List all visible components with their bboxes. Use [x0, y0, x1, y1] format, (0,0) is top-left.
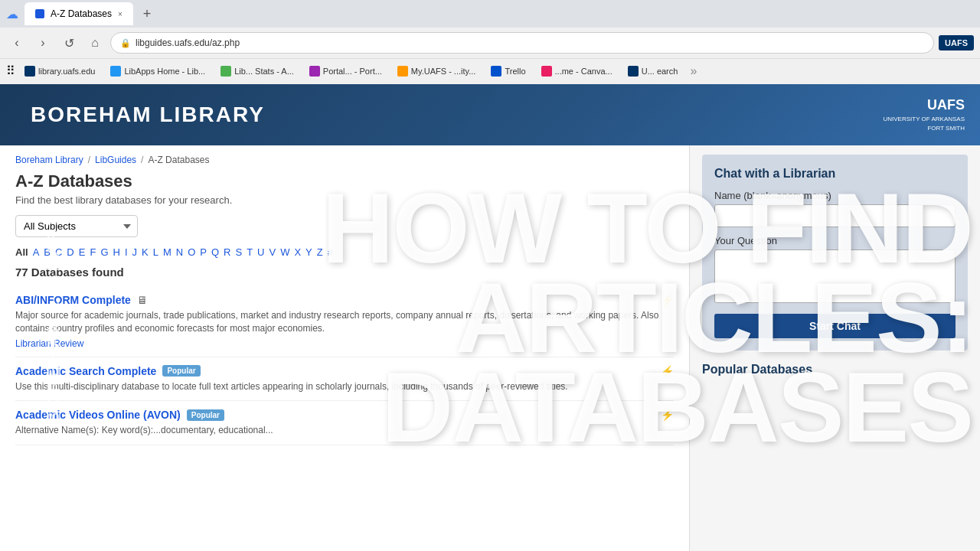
bookmark-label: My.UAFS - ...ity...	[411, 67, 476, 76]
bookmark-portal[interactable]: Portal... - Port...	[303, 64, 388, 78]
alpha-f[interactable]: F	[90, 246, 96, 258]
alpha-n[interactable]: N	[176, 246, 183, 258]
bookmark-libstats[interactable]: Lib... Stats - A...	[214, 64, 300, 78]
tab-favicon	[35, 9, 44, 18]
alpha-p[interactable]: P	[200, 246, 207, 258]
alpha-b[interactable]: B	[44, 246, 51, 258]
share-icon-3[interactable]: ⚡	[661, 409, 674, 421]
alpha-u[interactable]: U	[257, 246, 264, 258]
back-button[interactable]: ‹	[6, 32, 28, 54]
bookmark-label: LibApps Home - Lib...	[124, 67, 205, 76]
home-button[interactable]: ⌂	[84, 32, 106, 54]
db-desc-2: Use this multi-disciplinary database to …	[15, 380, 674, 393]
bookmark-favicon	[491, 66, 501, 77]
more-bookmarks-icon[interactable]: »	[690, 64, 697, 78]
db-review-link-1[interactable]: Librarian Review	[15, 338, 674, 349]
breadcrumb-sep-1: /	[88, 155, 90, 165]
apps-icon[interactable]: ⠿	[6, 64, 15, 78]
uafs-logo-btn[interactable]: UAFS	[939, 35, 974, 51]
db-link-2[interactable]: Academic Search Complete	[15, 365, 156, 377]
bookmark-favicon	[309, 66, 320, 77]
alpha-hash[interactable]: #	[328, 246, 333, 258]
active-tab[interactable]: A-Z Databases ×	[24, 2, 133, 25]
db-desc-3: Alternative Name(s): Key word(s):...docu…	[15, 424, 674, 437]
alpha-all[interactable]: All	[15, 246, 28, 258]
alpha-q[interactable]: Q	[211, 246, 219, 258]
alpha-k[interactable]: K	[142, 246, 149, 258]
forward-button[interactable]: ›	[32, 32, 54, 54]
start-chat-button[interactable]: Start Chat	[714, 314, 956, 338]
tab-close-btn[interactable]: ×	[118, 10, 122, 18]
alpha-filter: All A B C D E F G H I J K L M N O P Q R …	[15, 246, 674, 258]
bookmark-label: ...me - Canva...	[555, 67, 612, 76]
alpha-c[interactable]: C	[55, 246, 62, 258]
alpha-o[interactable]: O	[188, 246, 195, 258]
bookmark-label: Portal... - Port...	[323, 67, 382, 76]
uafs-logo: UAFS UNIVERSITY OF ARKANSAS FORT SMITH	[883, 97, 965, 132]
popular-badge-3: Popular	[187, 409, 224, 421]
results-count: 77 Databases found	[15, 266, 674, 279]
share-icon-2[interactable]: ⚡	[661, 365, 674, 377]
bookmark-favicon	[541, 66, 552, 77]
bookmark-canvas[interactable]: ...me - Canva...	[535, 64, 619, 78]
alpha-a[interactable]: A	[33, 246, 40, 258]
share-icon-1[interactable]: ⚡	[661, 294, 674, 306]
db-item-2: Academic Search Complete Popular ⚡ Use t…	[15, 357, 674, 402]
bookmark-label: U... earch	[642, 67, 678, 76]
alpha-z[interactable]: Z	[317, 246, 323, 258]
db-item-header-3: Academic Videos Online (AVON) Popular ⚡	[15, 409, 674, 421]
bookmark-trello[interactable]: Trello	[485, 64, 531, 78]
alpha-l[interactable]: L	[153, 246, 158, 258]
tab-bar: ☁ A-Z Databases × +	[0, 0, 980, 28]
alpha-e[interactable]: E	[79, 246, 86, 258]
address-bar-row: ‹ › ↺ ⌂ 🔒 libguides.uafs.edu/az.php UAFS	[0, 28, 980, 58]
alpha-d[interactable]: D	[67, 246, 74, 258]
alpha-h[interactable]: H	[113, 246, 120, 258]
breadcrumb: Boreham Library / LibGuides / A-Z Databa…	[15, 155, 674, 165]
chat-name-label: Name (blank=anonymous)	[714, 190, 956, 201]
alpha-y[interactable]: Y	[305, 246, 312, 258]
db-link-3[interactable]: Academic Videos Online (AVON)	[15, 409, 181, 421]
alpha-x[interactable]: X	[294, 246, 301, 258]
db-item-header-1: ABI/INFORM Complete 🖥 ⚡	[15, 294, 674, 306]
cloud-icon: ☁	[6, 7, 18, 21]
chat-question-textarea[interactable]	[714, 249, 956, 303]
bookmark-search[interactable]: U... earch	[622, 64, 684, 78]
page-subtitle: Find the best library databases for your…	[15, 194, 674, 206]
bookmark-favicon	[110, 66, 121, 77]
breadcrumb-libguides[interactable]: LibGuides	[95, 155, 136, 165]
alpha-w[interactable]: W	[280, 246, 289, 258]
db-link-1[interactable]: ABI/INFORM Complete	[15, 294, 131, 306]
address-bar[interactable]: 🔒 libguides.uafs.edu/az.php	[110, 32, 934, 54]
db-name-row-3: Academic Videos Online (AVON) Popular	[15, 409, 224, 421]
lock-icon: 🔒	[120, 38, 131, 48]
bookmark-uafs[interactable]: library.uafs.edu	[18, 64, 101, 78]
left-content: Boreham Library / LibGuides / A-Z Databa…	[0, 145, 689, 551]
bookmark-favicon	[397, 66, 408, 77]
tab-title: A-Z Databases	[51, 8, 112, 19]
subject-select[interactable]: All Subjects Business Education Health S…	[15, 215, 138, 237]
alpha-j[interactable]: J	[132, 246, 138, 258]
alpha-g[interactable]: G	[100, 246, 108, 258]
db-name-row-1: ABI/INFORM Complete 🖥	[15, 294, 149, 306]
db-item-1: ABI/INFORM Complete 🖥 ⚡ Major source for…	[15, 286, 674, 357]
alpha-s[interactable]: S	[235, 246, 242, 258]
chat-name-input[interactable]	[714, 204, 956, 227]
alpha-t[interactable]: T	[247, 246, 253, 258]
alpha-i[interactable]: I	[125, 246, 128, 258]
main-area: BOREHAM LIBRARY UAFS UNIVERSITY OF ARKAN…	[0, 84, 980, 551]
refresh-button[interactable]: ↺	[58, 32, 80, 54]
chat-widget: Chat with a Librarian Name (blank=anonym…	[702, 155, 968, 350]
alpha-v[interactable]: V	[269, 246, 276, 258]
db-item-header-2: Academic Search Complete Popular ⚡	[15, 365, 674, 377]
url-display: libguides.uafs.edu/az.php	[136, 37, 240, 48]
breadcrumb-home[interactable]: Boreham Library	[15, 155, 83, 165]
new-tab-btn[interactable]: +	[136, 3, 158, 24]
bookmark-libapps[interactable]: LibApps Home - Lib...	[104, 64, 211, 78]
database-list: ABI/INFORM Complete 🖥 ⚡ Major source for…	[15, 286, 674, 445]
alpha-r[interactable]: R	[224, 246, 230, 258]
alpha-m[interactable]: M	[163, 246, 172, 258]
bookmark-myuafs[interactable]: My.UAFS - ...ity...	[391, 64, 482, 78]
bookmark-favicon	[24, 66, 35, 77]
chat-question-label: Your Question	[714, 235, 956, 246]
